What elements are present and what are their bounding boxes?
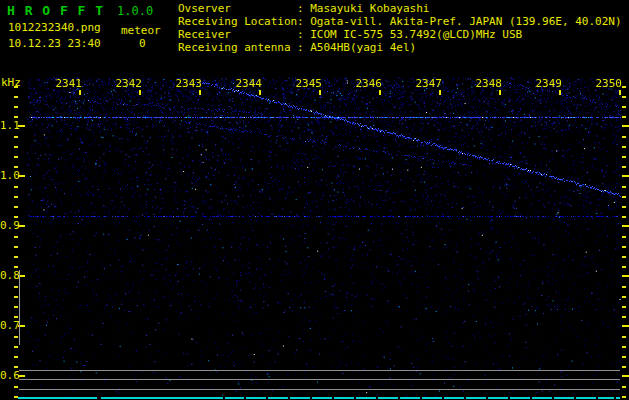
time-tick-label: 2344: [214, 78, 262, 90]
freq-minor-tick-right: [622, 196, 626, 198]
freq-tick-label: 0.8: [0, 270, 18, 282]
signal-level-trace-gap: [530, 397, 532, 399]
freq-minor-tick-right: [622, 216, 626, 218]
freq-minor-tick-left: [14, 366, 18, 368]
freq-major-tick-right: [622, 175, 629, 177]
signal-level-trace-gap: [508, 397, 510, 399]
signal-level-trace-gap: [332, 397, 334, 399]
freq-minor-tick-left: [14, 146, 18, 148]
freq-minor-tick-right: [622, 116, 626, 118]
level-reference-line: [19, 389, 620, 390]
info-value: : Masayuki Kobayashi: [297, 2, 429, 15]
time-tick-label: 2350: [574, 78, 622, 90]
freq-minor-tick-right: [622, 156, 626, 158]
time-tick: [559, 90, 561, 95]
time-tick: [79, 90, 81, 95]
freq-minor-tick-left: [14, 216, 18, 218]
signal-level-trace-gap: [464, 397, 466, 399]
signal-level-trace-gap: [614, 397, 616, 399]
freq-major-tick-right: [622, 275, 629, 277]
freq-minor-tick-right: [622, 316, 626, 318]
info-row: Ovserver: Masayuki Kobayashi: [178, 2, 622, 15]
freq-tick-label: 0.6: [0, 370, 18, 382]
meteor-counter-value: 0: [139, 38, 146, 50]
freq-major-tick-right: [622, 375, 629, 377]
freq-minor-tick-right: [622, 296, 626, 298]
freq-minor-tick-left: [14, 156, 18, 158]
signal-level-trace-gap: [310, 397, 312, 399]
signal-level-trace-gap: [354, 397, 356, 399]
info-row: Receiver: ICOM IC-575 53.7492(@LCD)MHz U…: [178, 28, 622, 41]
freq-tick-label: 1.1: [0, 120, 18, 132]
freq-minor-tick-left: [14, 136, 18, 138]
time-tick-label: 2342: [94, 78, 142, 90]
spectrogram-canvas: [27, 76, 621, 400]
time-tick-label: 2341: [34, 78, 82, 90]
freq-minor-tick-left: [14, 236, 18, 238]
freq-minor-tick-right: [622, 186, 626, 188]
signal-level-trace-gap: [442, 397, 444, 399]
signal-level-trace-gap: [97, 397, 101, 399]
freq-minor-tick-right: [622, 396, 626, 398]
freq-minor-tick-right: [622, 206, 626, 208]
freq-minor-tick-right: [622, 146, 626, 148]
freq-minor-tick-right: [622, 286, 626, 288]
freq-minor-tick-right: [622, 346, 626, 348]
signal-level-trace-gap: [596, 397, 598, 399]
app-version: 1.0.0: [117, 4, 153, 18]
time-tick: [199, 90, 201, 95]
time-tick: [319, 90, 321, 95]
signal-level-trace-gap: [420, 397, 422, 399]
freq-major-tick-left: [18, 375, 25, 377]
freq-major-tick-right: [622, 325, 629, 327]
signal-level-trace-gap: [552, 397, 554, 399]
freq-minor-tick-right: [622, 306, 626, 308]
time-tick-label: 2346: [334, 78, 382, 90]
time-tick: [139, 90, 141, 95]
freq-minor-tick-left: [14, 116, 18, 118]
time-tick-label: 2348: [454, 78, 502, 90]
freq-minor-tick-right: [622, 356, 626, 358]
freq-minor-tick-left: [14, 296, 18, 298]
signal-level-trace-gap: [244, 397, 246, 399]
freq-minor-tick-left: [14, 106, 18, 108]
time-tick-label: 2349: [514, 78, 562, 90]
freq-minor-tick-left: [14, 256, 18, 258]
info-label: Receiving Location: [178, 15, 297, 28]
freq-minor-tick-left: [14, 346, 18, 348]
info-value: : Ogata-vill. Akita-Pref. JAPAN (139.96E…: [297, 15, 622, 28]
freq-tick-label: 1.0: [0, 170, 18, 182]
level-reference-line: [19, 370, 620, 371]
freq-minor-tick-right: [622, 236, 626, 238]
freq-major-tick-right: [622, 125, 629, 127]
freq-minor-tick-right: [622, 96, 626, 98]
freq-minor-tick-left: [14, 246, 18, 248]
freq-minor-tick-left: [14, 306, 18, 308]
info-label: Ovserver: [178, 2, 297, 15]
signal-level-trace-gap: [398, 397, 400, 399]
freq-tick-label: 0.7: [0, 320, 18, 332]
freq-minor-tick-left: [14, 196, 18, 198]
level-scale-line: [19, 270, 20, 345]
freq-minor-tick-right: [622, 166, 626, 168]
signal-level-trace-gap: [266, 397, 268, 399]
info-value: : A504HB(yagi 4el): [297, 41, 416, 54]
info-label: Receiving antenna: [178, 41, 297, 54]
freq-major-tick-left: [18, 225, 25, 227]
freq-major-tick-left: [18, 125, 25, 127]
freq-minor-tick-left: [14, 316, 18, 318]
freq-minor-tick-right: [622, 136, 626, 138]
info-row: Receiving antenna: A504HB(yagi 4el): [178, 41, 622, 54]
signal-level-trace-gap: [288, 397, 290, 399]
time-tick: [499, 90, 501, 95]
time-tick-label: 2345: [274, 78, 322, 90]
observation-info-block: Ovserver: Masayuki KobayashiReceiving Lo…: [178, 2, 622, 54]
level-reference-line: [19, 379, 620, 380]
info-row: Receiving Location: Ogata-vill. Akita-Pr…: [178, 15, 622, 28]
time-tick-label: 2343: [154, 78, 202, 90]
freq-minor-tick-left: [14, 96, 18, 98]
freq-tick-label: 0.9: [0, 220, 18, 232]
signal-level-trace-gap: [486, 397, 488, 399]
freq-minor-tick-right: [622, 86, 626, 88]
freq-major-tick-left: [18, 175, 25, 177]
